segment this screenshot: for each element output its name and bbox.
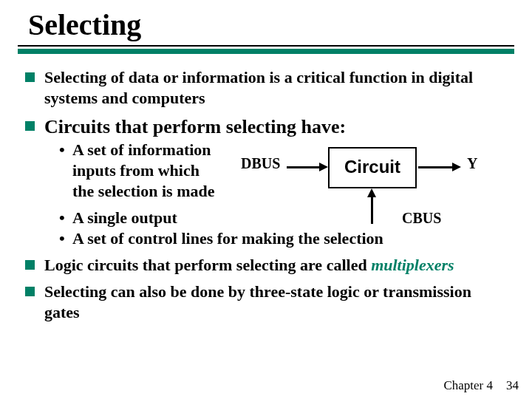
bullet-text: Selecting can also be done by three-stat… <box>44 282 471 321</box>
diagram-label-y: Y <box>467 154 477 174</box>
content: Selecting of data or information is a cr… <box>18 67 514 323</box>
slide-title: Selecting <box>18 7 514 45</box>
bullet-item: Logic circuits that perform selecting ar… <box>25 255 510 276</box>
diagram-label-dbus: DBUS <box>241 154 280 174</box>
divider-thin <box>18 45 514 47</box>
bullet-item: Selecting can also be done by three-stat… <box>25 282 510 323</box>
sub-bullet-item: A single output <box>59 208 510 228</box>
slide: Selecting Selecting of data or informati… <box>0 0 532 399</box>
sub-bullet-list: A single output A set of control lines f… <box>44 208 510 249</box>
bullet-text: Logic circuits that perform selecting ar… <box>44 256 371 274</box>
square-bullet-icon <box>25 287 35 296</box>
square-bullet-icon <box>25 260 35 270</box>
bullet-item: Selecting of data or information is a cr… <box>25 67 510 109</box>
sub-bullet-list: A set of information inputs from which t… <box>44 140 222 202</box>
sub-bullet-item: A set of control lines for making the se… <box>59 228 510 249</box>
footer: Chapter 4 34 <box>443 378 519 393</box>
sub-bullet-text: A single output <box>72 208 177 227</box>
sub-bullet-text: A set of information inputs from which t… <box>72 140 214 200</box>
footer-chapter: Chapter 4 <box>443 378 493 393</box>
square-bullet-icon <box>25 72 35 82</box>
bullet-list: Selecting of data or information is a cr… <box>25 67 510 323</box>
sub-bullet-item: A set of information inputs from which t… <box>59 140 222 202</box>
bullet-text: Circuits that perform selecting have: <box>44 116 346 137</box>
bullet-text: Selecting of data or information is a cr… <box>44 68 473 107</box>
square-bullet-icon <box>25 121 35 131</box>
footer-page: 34 <box>506 378 519 393</box>
bullet-item: Circuits that perform selecting have: A … <box>25 115 510 249</box>
diagram-box: Circuit <box>328 147 417 188</box>
sub-bullet-text: A set of control lines for making the se… <box>72 229 383 248</box>
emphasis-multiplexers: multiplexers <box>371 256 454 274</box>
divider-thick <box>18 49 514 54</box>
